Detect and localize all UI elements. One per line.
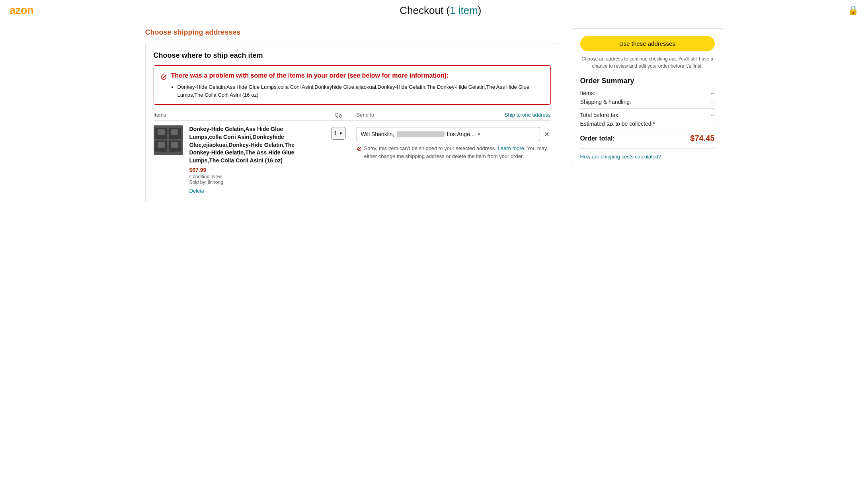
svg-rect-6	[171, 129, 178, 135]
address-name: Will Shanklin,	[361, 131, 394, 137]
logo-arrow: zon	[16, 4, 33, 16]
address-select[interactable]: Will Shanklin, Los Ange... ▼	[357, 127, 540, 141]
item-name: Donkey-Hide Gelatin,Ass Hide Glue Lumps,…	[189, 125, 316, 164]
order-total-row: Order total: $74.45	[580, 131, 715, 143]
item-price: $67.99	[189, 167, 316, 173]
item-details-col: Donkey-Hide Gelatin,Ass Hide Glue Lumps,…	[189, 125, 321, 194]
error-alert-item: Donkey-Hide Gelatin,Ass Hide Glue Lumps,…	[178, 83, 544, 99]
page-heading: Choose shipping addresses	[145, 28, 559, 37]
order-total-label: Order total:	[580, 135, 615, 142]
svg-rect-5	[158, 129, 165, 135]
order-total-value: $74.45	[690, 134, 714, 143]
address-select-wrapper: Will Shanklin, Los Ange... ▼ ✕	[357, 127, 551, 141]
item-sold-by: Sold by: linnong	[189, 180, 316, 185]
right-column: Use these addresses Choose an address to…	[572, 28, 723, 167]
col-items-header: Items	[154, 112, 321, 118]
item-delete-link[interactable]: Delete	[189, 188, 205, 194]
ship-box: Choose where to ship each item ⊘ There w…	[145, 43, 559, 202]
address-note: Choose an address to continue checking o…	[580, 55, 715, 70]
error-alert-title: There was a problem with some of the ite…	[171, 71, 544, 80]
address-error-text: Sorry, this item can't be shipped to you…	[364, 144, 551, 160]
summary-row-shipping: Shipping & handling: --	[580, 99, 715, 105]
address-chevron-icon: ▼	[477, 132, 481, 137]
use-these-addresses-button[interactable]: Use these addresses	[580, 36, 715, 51]
summary-tax-label: Estimated tax to be collected:*	[580, 121, 655, 127]
item-condition: Condition: New	[189, 174, 316, 180]
header: azon Checkout (1 item) 🔒	[0, 0, 868, 21]
item-image-col	[154, 125, 189, 155]
error-alert: ⊘ There was a problem with some of the i…	[154, 65, 551, 105]
summary-items-label: Items:	[580, 90, 595, 96]
item-address-col: Will Shanklin, Los Ange... ▼ ✕ ⊘ Sorry, …	[357, 125, 551, 160]
summary-row-tax: Estimated tax to be collected:* --	[580, 121, 715, 127]
qty-select[interactable]: 1 ▼	[331, 127, 346, 140]
summary-tax-value: --	[711, 121, 714, 127]
logo-a: a	[10, 4, 16, 16]
qty-value: 1	[334, 130, 337, 137]
address-blurred-text	[397, 131, 445, 137]
address-error-icon: ⊘	[357, 145, 362, 152]
summary-before-tax-value: --	[711, 112, 714, 118]
address-error: ⊘ Sorry, this item can't be shipped to y…	[357, 144, 551, 160]
summary-row-before-tax: Total before tax: --	[580, 112, 715, 118]
address-error-main: Sorry, this item can't be shipped to you…	[364, 145, 496, 151]
summary-divider	[580, 108, 715, 109]
item-qty-col: 1 ▼	[321, 125, 357, 140]
error-alert-icon: ⊘	[160, 72, 167, 82]
address-close-icon[interactable]: ✕	[542, 129, 551, 140]
amazon-logo[interactable]: azon	[10, 4, 33, 17]
address-city: Los Ange...	[447, 131, 475, 137]
ship-to-one-address-link[interactable]: Ship to one address	[404, 112, 551, 118]
table-header: Items Qty Send to Ship to one address	[154, 112, 551, 121]
summary-before-tax-label: Total before tax:	[580, 112, 620, 118]
summary-row-items: Items: --	[580, 90, 715, 96]
page-title: Checkout (1 item)	[400, 4, 481, 17]
left-column: Choose shipping addresses Choose where t…	[145, 28, 559, 202]
summary-shipping-value: --	[711, 99, 714, 105]
qty-chevron-icon: ▼	[339, 131, 343, 136]
svg-rect-7	[158, 142, 165, 148]
col-sendto-header: Send to	[357, 112, 404, 118]
shipping-costs-link[interactable]: How are shipping costs calculated?	[580, 148, 715, 160]
summary-shipping-label: Shipping & handling:	[580, 99, 631, 105]
summary-items-value: --	[711, 90, 714, 96]
svg-rect-8	[171, 142, 178, 148]
ship-box-title: Choose where to ship each item	[154, 51, 551, 60]
col-qty-header: Qty	[321, 112, 357, 118]
table-row: Donkey-Hide Gelatin,Ass Hide Glue Lumps,…	[154, 125, 551, 194]
error-alert-content: There was a problem with some of the ite…	[171, 71, 544, 99]
main-layout: Choose shipping addresses Choose where t…	[136, 21, 733, 209]
address-error-link[interactable]: Learn more.	[498, 145, 526, 151]
item-image	[154, 125, 183, 155]
lock-icon: 🔒	[848, 5, 858, 16]
order-summary-title: Order Summary	[580, 77, 715, 85]
